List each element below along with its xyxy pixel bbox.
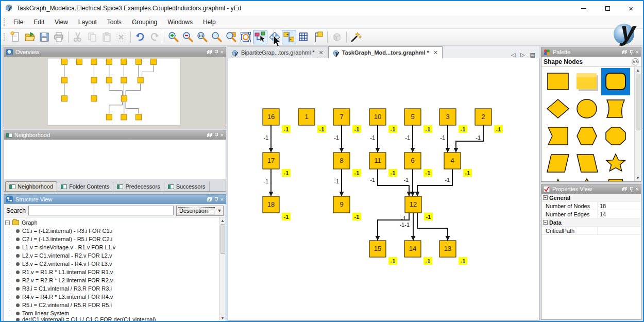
palette-shape-chevron[interactable] xyxy=(544,123,572,150)
tree-item[interactable]: R2.v = R2.R * L2.iinternal FOR R2.v xyxy=(5,276,219,284)
menu-view[interactable]: View xyxy=(49,16,73,28)
neighborhood-pin-button[interactable] xyxy=(214,133,218,138)
palette-shape-trapezoid2[interactable] xyxy=(601,177,630,181)
snapping-button[interactable] xyxy=(282,30,296,44)
scroll-down-icon[interactable]: ▼ xyxy=(219,315,226,321)
collapse-section-icon[interactable]: ∧∧ xyxy=(632,58,639,65)
edit-mode-button[interactable] xyxy=(253,30,267,44)
menu-windows[interactable]: Windows xyxy=(162,16,198,28)
properties-float-button[interactable] xyxy=(622,187,627,191)
tree-item-clipped[interactable]: der(C1.vinternal) = C1.i / C1.C FOR der(… xyxy=(5,317,219,321)
tab-list-button[interactable]: ▤ xyxy=(530,52,535,58)
palette-shape-rectangle[interactable] xyxy=(544,68,572,95)
structure-scrollbar[interactable]: ▲ ▼ xyxy=(219,217,226,321)
tree-item[interactable]: L1.v = sineVoltage.v - R1.v FOR L1.v xyxy=(5,243,219,251)
zoom-in-button[interactable] xyxy=(166,30,181,44)
zoom-fit-button[interactable] xyxy=(210,30,224,44)
label-tool-button[interactable] xyxy=(311,30,325,44)
close-button[interactable]: × xyxy=(619,1,643,15)
overview-pin-button[interactable] xyxy=(214,50,218,55)
search-input[interactable] xyxy=(28,206,174,215)
edge-label[interactable]: -1 xyxy=(334,178,339,184)
property-row[interactable]: CriticalPath xyxy=(541,227,641,235)
scroll-tabs-left-button[interactable]: ◁ xyxy=(511,52,515,58)
palette-scrollbar[interactable]: ▲ ▼ xyxy=(634,67,641,181)
palette-shape-star6[interactable] xyxy=(572,177,601,181)
zoom-actual-size-button[interactable]: 1:1 xyxy=(195,30,210,44)
new-file-button[interactable] xyxy=(8,30,23,44)
document-tab[interactable]: yTaskGraph_Mod...tors.graphml *✕ xyxy=(328,46,443,58)
neighborhood-tab-predecessors[interactable]: Predecessors xyxy=(113,182,164,191)
palette-shape-ellipse[interactable] xyxy=(572,95,601,123)
tree-item[interactable]: L3.v = C2.vinternal - R4.v FOR L3.v xyxy=(5,260,219,268)
structure-float-button[interactable] xyxy=(207,197,212,201)
palette-shape-parallelogram[interactable] xyxy=(544,150,572,177)
open-file-button[interactable] xyxy=(23,30,37,44)
filter-dropdown[interactable]: Description ▼ xyxy=(176,206,224,216)
edge-label[interactable]: -1 xyxy=(401,215,406,222)
tree-root-graph[interactable]: −Graph xyxy=(5,218,219,227)
structure-close-button[interactable]: × xyxy=(221,197,224,202)
graph-canvas[interactable]: -1-1-1-1-1-1-1-1-1-1-1-1-1-116-11-17-110… xyxy=(228,58,539,321)
edge-label[interactable]: -1 xyxy=(370,134,375,141)
properties-close-button[interactable]: × xyxy=(636,187,639,192)
zoom-out-button[interactable] xyxy=(181,30,195,44)
neighborhood-close-button[interactable]: × xyxy=(221,132,224,138)
edge-label[interactable]: -1 xyxy=(405,134,410,141)
edge-label[interactable]: -1 xyxy=(440,134,445,141)
tree-item[interactable]: R1.v = R1.R * L1.iinternal FOR R1.v xyxy=(5,268,219,276)
save-file-button[interactable] xyxy=(37,30,52,44)
scroll-tabs-right-button[interactable]: ▷ xyxy=(520,52,524,58)
edge-label[interactable]: -1-1 xyxy=(399,222,410,228)
tree-item[interactable]: C1.i = (-L2.iinternal) - R3.i FOR C1.i xyxy=(5,227,219,235)
edge-label[interactable]: -1 xyxy=(476,134,481,141)
palette-shape-diamond[interactable] xyxy=(544,95,572,123)
property-row[interactable]: Number of Edges14 xyxy=(541,210,641,218)
tree-item[interactable]: C2.i = (-L3.iinternal) - R5.i FOR C2.i xyxy=(5,235,219,243)
palette-shape-curved-parallelogram[interactable] xyxy=(601,95,630,123)
overview-float-button[interactable] xyxy=(207,50,212,54)
palette-shape-star5[interactable] xyxy=(601,150,630,177)
neighborhood-tab-folder-contents[interactable]: Folder Contents xyxy=(57,182,113,191)
undo-button[interactable] xyxy=(133,30,147,44)
grid-button[interactable] xyxy=(296,30,311,44)
menu-grouping[interactable]: Grouping xyxy=(127,16,162,28)
property-row[interactable]: Number of Nodes18 xyxy=(541,202,641,210)
tree-item[interactable]: Torn linear System xyxy=(5,309,219,317)
palette-scroll-down-icon[interactable]: ▼ xyxy=(635,175,641,181)
edge-label[interactable]: -1 xyxy=(263,178,268,184)
palette-shape-octagon[interactable] xyxy=(601,123,630,150)
edge-label[interactable]: -1 xyxy=(263,134,268,141)
edge-label[interactable]: -1 xyxy=(445,177,450,183)
palette-shape-trapezoid[interactable] xyxy=(572,150,601,177)
print-button[interactable] xyxy=(52,30,66,44)
menu-tools[interactable]: Tools xyxy=(102,16,127,28)
palette-pin-button[interactable] xyxy=(630,50,633,55)
scroll-up-icon[interactable]: ▲ xyxy=(219,217,226,224)
palette-shape-triangle[interactable] xyxy=(544,177,572,181)
minimize-button[interactable] xyxy=(572,1,596,15)
edge-label[interactable]: -1 xyxy=(403,177,409,183)
zoom-selection-button[interactable] xyxy=(224,30,239,44)
collapse-expander-icon[interactable]: − xyxy=(543,220,548,225)
collapse-expander-icon[interactable]: − xyxy=(5,221,10,225)
palette-shape-hexagon[interactable] xyxy=(572,123,601,150)
layout-wizard-button[interactable] xyxy=(349,30,363,44)
properties-section-general[interactable]: −General xyxy=(541,194,641,202)
overview-close-button[interactable]: × xyxy=(221,49,224,55)
palette-shape-rounded-rectangle[interactable] xyxy=(601,68,630,95)
structure-scroll-thumb[interactable] xyxy=(221,224,225,254)
palette-scroll-up-icon[interactable]: ▲ xyxy=(635,67,641,74)
properties-section-data[interactable]: −Data xyxy=(541,218,641,227)
palette-shape-rectangle-shadow[interactable] xyxy=(572,68,601,95)
tree-item[interactable]: R3.i = C1.vinternal / R3.R FOR R3.i xyxy=(5,284,219,293)
overview-minimap[interactable] xyxy=(4,57,226,129)
tab-close-icon[interactable]: ✕ xyxy=(433,49,438,56)
palette-float-button[interactable] xyxy=(622,50,627,54)
tree-item[interactable]: R5.i = C2.vinternal / R5.R FOR R5.i xyxy=(5,301,219,309)
properties-pin-button[interactable] xyxy=(630,187,633,192)
neighborhood-float-button[interactable] xyxy=(207,133,212,137)
tree-item[interactable]: R4.v = R4.R * L3.iinternal FOR R4.v xyxy=(5,293,219,301)
neighborhood-tab-neighborhood[interactable]: Neighborhood xyxy=(5,181,57,191)
maximize-button[interactable] xyxy=(596,1,619,15)
